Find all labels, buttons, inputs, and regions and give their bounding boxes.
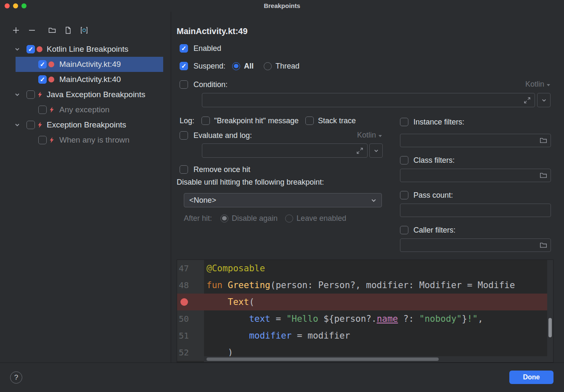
close-window-button[interactable] [5, 3, 10, 8]
window-title: Breakpoints [0, 0, 564, 12]
tree-row-when-any-is-thrown[interactable]: When any is thrown [0, 132, 170, 148]
breakpoint-dot-icon[interactable] [180, 298, 188, 306]
class-filters-checkbox[interactable] [400, 156, 408, 164]
expand-editor-icon[interactable] [524, 97, 531, 104]
condition-input[interactable] [202, 96, 524, 104]
instance-filters-input[interactable] [400, 137, 540, 144]
suspend-thread-label: Thread [275, 62, 299, 71]
group-by-file-button[interactable] [63, 25, 74, 36]
group-by-class-button[interactable] [79, 25, 90, 36]
stack-trace-label: Stack trace [318, 117, 356, 125]
tree-row-checkbox[interactable]: ✓ [38, 60, 47, 69]
tree-row-checkbox[interactable] [26, 121, 35, 129]
suspend-all-radio[interactable] [232, 62, 240, 70]
minus-icon [28, 26, 36, 34]
tree-row-checkbox[interactable] [38, 136, 47, 144]
tree-row-mainactivity-kt-40[interactable]: ✓MainActivity.kt:40 [0, 72, 170, 87]
gutter: 48 [177, 277, 204, 294]
breakpoints-list-panel: ✓Kotlin Line Breakpoints✓MainActivity.kt… [0, 12, 171, 363]
tree-row-checkbox[interactable] [26, 90, 35, 99]
tree-row-mainactivity-kt-49[interactable]: ✓MainActivity.kt:49 [0, 57, 170, 72]
help-button[interactable]: ? [10, 371, 22, 384]
evaluate-and-log-checkbox[interactable] [180, 131, 188, 140]
evaluate-history-dropdown-button[interactable] [369, 143, 383, 158]
evaluate-input[interactable] [202, 147, 356, 154]
caller-filters-input[interactable] [400, 241, 540, 249]
code-token: Greeting [228, 280, 270, 290]
horizontal-scrollbar-thumb[interactable] [207, 358, 439, 361]
dropdown-value: <None> [189, 196, 216, 205]
caller-filters-input-wrap [400, 238, 551, 252]
chevron-down-icon[interactable] [14, 91, 21, 98]
pass-count-checkbox[interactable] [400, 191, 408, 199]
zoom-window-button[interactable] [21, 3, 26, 8]
pass-count-input[interactable] [400, 207, 551, 214]
code-token: } [462, 314, 467, 324]
evaluate-and-log-label: Evaluate and log: [193, 131, 252, 140]
log-label: Log: [180, 117, 194, 125]
tree-row-checkbox[interactable] [38, 106, 47, 114]
suspend-thread-radio[interactable] [264, 62, 272, 70]
tree-row-exception-breakpoints[interactable]: Exception Breakpoints [0, 117, 170, 132]
condition-input-wrap [202, 93, 535, 107]
browse-folder-icon[interactable] [540, 172, 547, 179]
code-token [207, 314, 249, 324]
tree-row-label: Kotlin Line Breakpoints [47, 45, 128, 54]
suspend-checkbox[interactable]: ✓ [180, 62, 188, 70]
suspend-row: ✓ Suspend: All Thread [180, 61, 299, 71]
disable-again-label: Disable again [232, 214, 278, 223]
done-button[interactable]: Done [509, 371, 553, 384]
tree-row-checkbox[interactable]: ✓ [38, 75, 47, 84]
class-filters-input[interactable] [400, 172, 540, 179]
instance-filters-label: Instance filters: [413, 118, 464, 127]
group-by-folder-button[interactable] [47, 25, 58, 36]
tree-row-java-exception-breakpoints[interactable]: Java Exception Breakpoints [0, 87, 170, 102]
editor-line: 48fun Greeting(person: Person?, modifier… [177, 277, 553, 294]
condition-checkbox[interactable] [180, 80, 188, 89]
browse-folder-icon[interactable] [540, 241, 547, 249]
disable-until-dropdown[interactable]: <None> [184, 193, 382, 207]
footer-divider [0, 363, 564, 363]
editor-lines: 47@Composable48fun Greeting(person: Pers… [177, 260, 553, 361]
evaluate-language-selector[interactable]: Kotlin [357, 131, 382, 140]
minimize-window-button[interactable] [13, 3, 18, 8]
gutter: 50 [177, 310, 204, 327]
enabled-checkbox[interactable]: ✓ [180, 44, 188, 53]
tree-row-kotlin-line-breakpoints[interactable]: ✓Kotlin Line Breakpoints [0, 42, 170, 57]
expand-editor-icon[interactable] [356, 147, 363, 154]
code-text: text = "Hello ${person?.name ?: "nobody"… [204, 310, 553, 327]
enabled-row: ✓ Enabled [180, 43, 221, 53]
enabled-label: Enabled [193, 44, 221, 53]
chevron-down-icon [370, 197, 377, 204]
after-hit-row: After hit: Disable again Leave enabled [184, 213, 346, 223]
suspend-all-label: All [244, 62, 254, 71]
tree-row-label: MainActivity.kt:49 [59, 60, 121, 69]
gutter: 51 [177, 327, 204, 344]
tree-row-checkbox[interactable]: ✓ [26, 45, 35, 53]
remove-once-hit-checkbox[interactable] [180, 165, 188, 174]
vertical-scrollbar-thumb[interactable] [548, 318, 552, 337]
chevron-down-icon[interactable] [14, 122, 21, 128]
stack-trace-checkbox[interactable] [305, 117, 314, 125]
caller-filters-checkbox[interactable] [400, 226, 408, 234]
code-token [207, 331, 249, 341]
browse-folder-icon[interactable] [540, 137, 547, 144]
code-text: @Composable [204, 260, 553, 277]
add-breakpoint-button[interactable] [11, 25, 21, 36]
exception-breakpoint-icon [48, 106, 55, 113]
line-breakpoint-icon [48, 77, 54, 82]
breakpoint-hit-message-checkbox[interactable] [201, 117, 210, 125]
instance-filters-checkbox[interactable] [400, 118, 408, 126]
remove-breakpoint-button[interactable] [26, 25, 37, 36]
traffic-lights [5, 3, 26, 8]
after-hit-label: After hit: [184, 214, 212, 223]
condition-language-selector[interactable]: Kotlin [525, 80, 550, 89]
tree-row-any-exception[interactable]: Any exception [0, 102, 170, 117]
code-token: "Hello [286, 314, 324, 324]
line-breakpoint-icon [48, 61, 54, 67]
code-token: @Composable [207, 263, 265, 273]
chevron-down-icon[interactable] [14, 46, 21, 53]
code-token: fun [207, 280, 228, 290]
condition-history-dropdown-button[interactable] [537, 93, 551, 107]
line-number: 52 [179, 344, 189, 361]
